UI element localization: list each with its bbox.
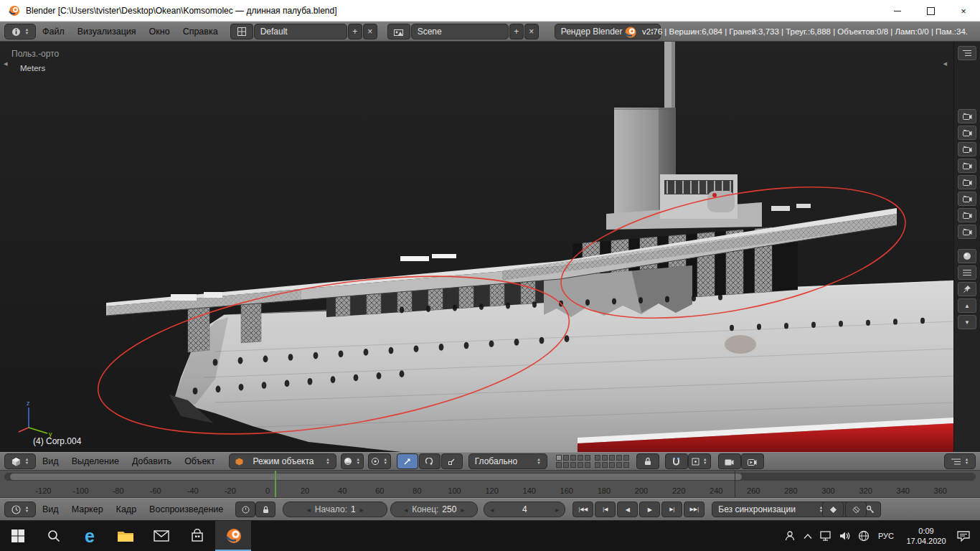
volume-icon[interactable] xyxy=(839,531,851,541)
hidden-icons-chevron[interactable] xyxy=(803,533,813,540)
menu-add[interactable]: Добавить xyxy=(126,456,178,466)
translate-manipulator-toggle[interactable] xyxy=(397,453,418,469)
editor-type-button-timeline[interactable] xyxy=(4,501,36,517)
viewport-3d[interactable]: Польз.-орто Meters (4) Corp.004 ◂ ◂ z y xyxy=(0,42,980,452)
menu-select[interactable]: Выделение xyxy=(65,456,126,466)
lock-to-scene-toggle[interactable] xyxy=(636,453,659,469)
start-frame-field[interactable]: ◂ Начало: 1 ▸ xyxy=(283,501,387,517)
screen-layout-icon-button[interactable] xyxy=(230,24,253,39)
taskbar-blender-button[interactable] xyxy=(215,521,251,551)
insert-keyframe-button[interactable] xyxy=(822,501,844,517)
play-reverse-button[interactable]: ◀ xyxy=(617,501,638,517)
scene-icon-button[interactable] xyxy=(387,24,410,39)
timeline-ruler[interactable]: -120-100-80-60-40-2002040608010012014016… xyxy=(0,471,980,498)
end-frame-field[interactable]: ◂ Конец: 250 ▸ xyxy=(390,501,478,517)
editor-type-button-outliner[interactable] xyxy=(944,453,976,469)
taskbar-search-button[interactable] xyxy=(36,521,72,551)
increment-arrow-icon[interactable]: ▸ xyxy=(555,506,559,514)
timeline-scrollbar-thumb[interactable] xyxy=(10,474,742,480)
menu-tl-view[interactable]: Вид xyxy=(36,504,65,514)
pivot-point-dropdown[interactable] xyxy=(368,453,391,469)
play-button[interactable]: ▶ xyxy=(639,501,660,517)
network-icon[interactable] xyxy=(820,531,832,541)
editor-type-button-info[interactable] xyxy=(4,24,36,39)
decrement-arrow-icon[interactable]: ◂ xyxy=(307,506,311,514)
maximize-button[interactable] xyxy=(914,0,947,22)
menu-tl-marker[interactable]: Маркер xyxy=(65,504,110,514)
scene-delete-button[interactable]: × xyxy=(524,24,539,39)
restrict-render-icon-button[interactable] xyxy=(958,192,976,206)
zoom-step-up-button[interactable]: ▲ xyxy=(958,298,976,313)
snap-toggle[interactable] xyxy=(665,453,688,469)
viewport-shading-dropdown[interactable] xyxy=(341,453,364,469)
rotate-manipulator-toggle[interactable] xyxy=(419,453,440,469)
screen-layout-delete-button[interactable]: × xyxy=(363,24,377,39)
deck-cylinder xyxy=(707,191,735,212)
tool-shelf-toggle-arrow[interactable]: ◂ xyxy=(4,59,8,68)
layers-grid-1[interactable] xyxy=(556,455,590,468)
increment-arrow-icon[interactable]: ▸ xyxy=(360,506,364,514)
jump-next-keyframe-button[interactable]: ▶| xyxy=(661,501,682,517)
screen-layout-field[interactable]: Default xyxy=(254,24,347,39)
render-opengl-button[interactable] xyxy=(718,453,741,469)
minimize-button[interactable] xyxy=(881,0,914,22)
language-indicator[interactable]: РУС xyxy=(877,532,895,540)
start-button[interactable] xyxy=(0,521,36,551)
taskbar-clock[interactable]: 0:09 17.04.2020 xyxy=(903,526,950,546)
scene-field[interactable]: Scene xyxy=(411,24,509,39)
current-frame-field[interactable]: ◂ 4 ▸ xyxy=(484,501,565,517)
menu-object[interactable]: Объект xyxy=(178,456,222,466)
outliner-icon-button[interactable] xyxy=(958,46,976,60)
editor-type-button-view3d[interactable] xyxy=(4,453,36,469)
jump-to-start-button[interactable]: |◀◀ xyxy=(573,501,593,517)
taskbar-edge-button[interactable]: e xyxy=(72,521,108,551)
delete-keyframe-button[interactable] xyxy=(845,501,867,517)
zoom-step-down-button[interactable]: ▼ xyxy=(958,315,976,329)
menu-render[interactable]: Визуализация xyxy=(71,27,143,37)
menu-window[interactable]: Окно xyxy=(143,27,176,37)
restrict-render-icon-button[interactable] xyxy=(958,175,976,189)
preview-range-toggle[interactable] xyxy=(235,501,255,517)
action-center-icon[interactable] xyxy=(957,530,970,542)
menu-view[interactable]: Вид xyxy=(36,456,65,466)
menu-file[interactable]: Файл xyxy=(36,27,71,37)
material-sphere-icon[interactable] xyxy=(958,249,976,263)
scale-manipulator-toggle[interactable] xyxy=(441,453,463,469)
people-icon[interactable] xyxy=(784,530,796,542)
av-sync-dropdown[interactable]: Без синхронизации xyxy=(712,501,829,517)
snap-element-dropdown[interactable] xyxy=(688,453,711,469)
decrement-arrow-icon[interactable]: ◂ xyxy=(490,506,494,514)
restrict-render-icon-button[interactable] xyxy=(958,109,976,123)
restrict-render-icon-button[interactable] xyxy=(958,208,976,222)
screen-layout-add-button[interactable]: + xyxy=(348,24,362,39)
restrict-render-icon-button[interactable] xyxy=(958,225,976,239)
properties-list-icon[interactable] xyxy=(958,265,976,280)
mode-dropdown[interactable]: Режим объекта xyxy=(229,453,336,469)
menu-tl-playback[interactable]: Воспроизведение xyxy=(143,504,230,514)
frame-lock-toggle[interactable] xyxy=(255,501,275,517)
increment-arrow-icon[interactable]: ▸ xyxy=(461,506,464,514)
jump-to-end-button[interactable]: ▶▶| xyxy=(684,501,705,517)
restrict-render-icon-button[interactable] xyxy=(958,159,976,173)
timeline-scrollbar[interactable] xyxy=(4,473,976,481)
current-frame-line[interactable] xyxy=(275,471,276,497)
menu-tl-frame[interactable]: Кадр xyxy=(110,504,143,514)
render-opengl-anim-button[interactable] xyxy=(741,453,764,469)
pin-tool-icon[interactable] xyxy=(958,282,976,296)
close-button[interactable]: × xyxy=(947,0,980,22)
menu-help[interactable]: Справка xyxy=(176,27,225,37)
scene-add-button[interactable]: + xyxy=(509,24,524,39)
decrement-arrow-icon[interactable]: ◂ xyxy=(404,506,407,514)
layers-grid-2[interactable] xyxy=(595,455,629,468)
viewport-unit-label: Meters xyxy=(20,64,45,72)
globe-network-icon[interactable] xyxy=(858,530,870,542)
restrict-render-icon-button[interactable] xyxy=(958,142,976,156)
taskbar-store-button[interactable] xyxy=(179,521,215,551)
properties-shelf-toggle-arrow[interactable]: ◂ xyxy=(943,59,947,68)
jump-prev-keyframe-button[interactable]: |◀ xyxy=(595,501,616,517)
transform-orientation-dropdown[interactable]: Глобально xyxy=(468,453,547,469)
taskbar-explorer-button[interactable] xyxy=(108,521,143,551)
taskbar-mail-button[interactable] xyxy=(143,521,179,551)
restrict-render-icon-button[interactable] xyxy=(958,126,976,140)
ruler-tick-label: 180 xyxy=(598,486,611,495)
